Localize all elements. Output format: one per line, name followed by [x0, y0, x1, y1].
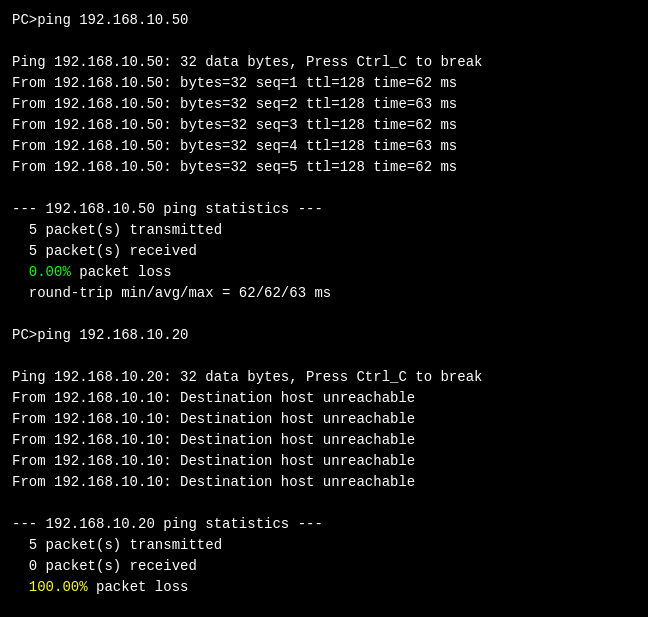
terminal-line: --- 192.168.10.50 ping statistics ---: [12, 199, 636, 220]
terminal-line: From 192.168.10.10: Destination host unr…: [12, 430, 636, 451]
terminal-line: 0.00% packet loss: [12, 262, 636, 283]
terminal-line: PC>ping 192.168.10.20: [12, 325, 636, 346]
line-whitespace: [12, 579, 29, 595]
terminal-line: From 192.168.10.10: Destination host unr…: [12, 388, 636, 409]
terminal-line: From 192.168.10.50: bytes=32 seq=1 ttl=1…: [12, 73, 636, 94]
terminal-line: 5 packet(s) received: [12, 241, 636, 262]
terminal-line: [12, 31, 636, 52]
terminal-line: From 192.168.10.50: bytes=32 seq=3 ttl=1…: [12, 115, 636, 136]
terminal-line: [12, 346, 636, 367]
terminal-line: From 192.168.10.10: Destination host unr…: [12, 409, 636, 430]
terminal-line: Ping 192.168.10.50: 32 data bytes, Press…: [12, 52, 636, 73]
terminal-line: From 192.168.10.10: Destination host unr…: [12, 451, 636, 472]
line-remainder: packet loss: [71, 264, 172, 280]
terminal-line: From 192.168.10.50: bytes=32 seq=4 ttl=1…: [12, 136, 636, 157]
terminal-line: [12, 493, 636, 514]
terminal-line: [12, 178, 636, 199]
terminal-line: PC>ping 192.168.10.50: [12, 10, 636, 31]
terminal-line: --- 192.168.10.20 ping statistics ---: [12, 514, 636, 535]
line-whitespace: [12, 264, 29, 280]
terminal-line: 5 packet(s) transmitted: [12, 535, 636, 556]
packet-loss-percentage: 100.00%: [29, 579, 88, 595]
packet-loss-percentage: 0.00%: [29, 264, 71, 280]
terminal-line: From 192.168.10.10: Destination host unr…: [12, 472, 636, 493]
terminal-line: [12, 304, 636, 325]
terminal-output: PC>ping 192.168.10.50 Ping 192.168.10.50…: [0, 0, 648, 617]
terminal-line: 0 packet(s) received: [12, 556, 636, 577]
terminal-line: 5 packet(s) transmitted: [12, 220, 636, 241]
terminal-line: 100.00% packet loss: [12, 577, 636, 598]
terminal-line: From 192.168.10.50: bytes=32 seq=2 ttl=1…: [12, 94, 636, 115]
line-remainder: packet loss: [88, 579, 189, 595]
terminal-line: round-trip min/avg/max = 62/62/63 ms: [12, 283, 636, 304]
terminal-line: Ping 192.168.10.20: 32 data bytes, Press…: [12, 367, 636, 388]
terminal-line: From 192.168.10.50: bytes=32 seq=5 ttl=1…: [12, 157, 636, 178]
